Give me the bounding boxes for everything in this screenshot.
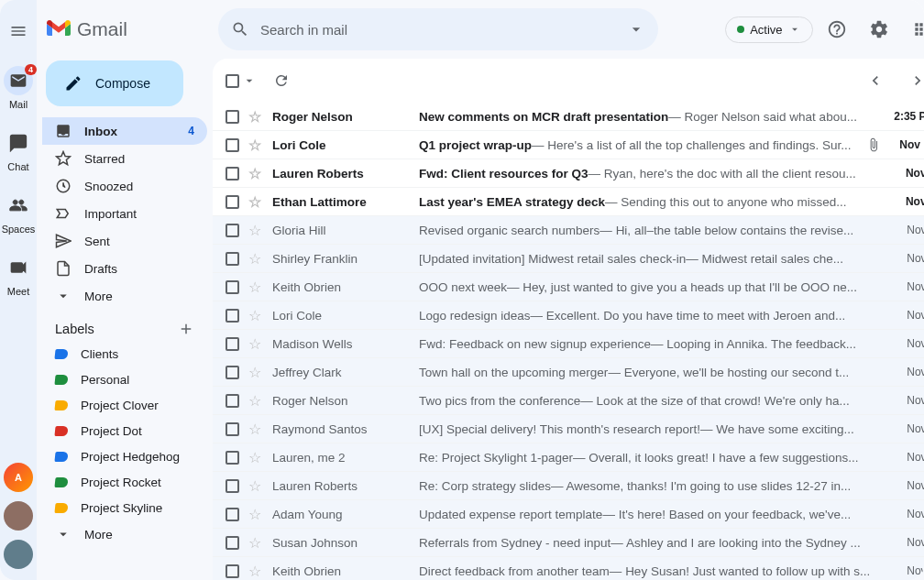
- date: Nov 6: [890, 394, 924, 407]
- workspace-avatar-2[interactable]: [4, 501, 33, 531]
- mail-row[interactable]: ☆ Jeffrey Clark Town hall on the upcomin…: [213, 358, 924, 387]
- rail-item-meet[interactable]: Meet: [2, 244, 36, 306]
- main-menu-button[interactable]: [0, 13, 37, 49]
- content: Fwd: Client resources for Q3Ryan, here's…: [419, 167, 881, 181]
- row-checkbox[interactable]: [226, 479, 239, 493]
- mail-row[interactable]: ☆ Madison Wells Fwd: Feedback on new sig…: [213, 330, 924, 358]
- star-button[interactable]: ☆: [248, 165, 263, 182]
- row-checkbox[interactable]: [226, 195, 239, 209]
- star-button[interactable]: ☆: [248, 250, 263, 268]
- row-checkbox[interactable]: [226, 138, 239, 152]
- mail-row[interactable]: ☆ Roger Nelson Two pics from the confere…: [213, 387, 924, 415]
- preview: Roger Nelson said what abou...: [668, 110, 857, 124]
- mail-row[interactable]: ☆ Lauren, me 2 Re: Project Skylight 1-pa…: [213, 443, 924, 472]
- mail-row[interactable]: ☆ Lori Cole Logo redesign ideasExcellent…: [213, 301, 924, 330]
- row-checkbox[interactable]: [226, 508, 239, 521]
- preview: Overall, it looks great! I have a few su…: [573, 451, 858, 465]
- next-page-button[interactable]: [899, 62, 924, 99]
- subject: Last year's EMEA strategy deck: [419, 195, 605, 209]
- star-button[interactable]: ☆: [248, 421, 263, 438]
- folder-starred[interactable]: Starred: [42, 145, 207, 172]
- mail-row[interactable]: ☆ Lauren Roberts Re: Corp strategy slide…: [213, 472, 924, 500]
- mail-row[interactable]: ☆ Gloria Hill Revised organic search num…: [213, 216, 924, 245]
- mail-row[interactable]: ☆ Shirley Franklin [Updated invitation] …: [213, 245, 924, 273]
- mail-row[interactable]: ☆ Raymond Santos [UX] Special delivery! …: [213, 415, 924, 443]
- label-project-skyline[interactable]: Project Skyline: [42, 495, 207, 520]
- mail-row[interactable]: ☆ Susan Johnson Referrals from Sydney - …: [213, 529, 924, 557]
- folder-more[interactable]: More: [42, 282, 207, 310]
- search-bar[interactable]: [218, 8, 658, 50]
- star-button[interactable]: ☆: [248, 534, 263, 552]
- mail-row[interactable]: ☆ Keith Obrien Direct feedback from anot…: [213, 557, 924, 580]
- rail-item-chat[interactable]: Chat: [2, 119, 36, 181]
- folder-sent[interactable]: Sent: [42, 227, 207, 255]
- row-checkbox[interactable]: [226, 564, 239, 578]
- labels-more[interactable]: More: [42, 520, 207, 548]
- mail-row[interactable]: ☆ Ethan Lattimore Last year's EMEA strat…: [213, 188, 924, 216]
- row-checkbox[interactable]: [226, 110, 239, 124]
- star-button[interactable]: ☆: [248, 279, 263, 296]
- rail-item-spaces[interactable]: Spaces: [2, 181, 36, 244]
- row-checkbox[interactable]: [226, 167, 239, 181]
- select-all-checkbox[interactable]: [226, 73, 257, 88]
- row-checkbox[interactable]: [226, 451, 239, 465]
- folder-snoozed[interactable]: Snoozed: [42, 172, 207, 200]
- refresh-icon: [273, 72, 290, 89]
- mail-row[interactable]: ☆ Roger Nelson New comments on MCR draft…: [213, 103, 924, 131]
- status-chip[interactable]: Active: [725, 16, 812, 43]
- star-button[interactable]: ☆: [248, 392, 263, 410]
- star-button[interactable]: ☆: [248, 506, 263, 523]
- mail-row[interactable]: ☆ Lori Cole Q1 project wrap-upHere's a l…: [213, 131, 924, 159]
- content: Re: Project Skylight 1-pagerOverall, it …: [419, 451, 881, 465]
- hamburger-icon: [9, 22, 28, 40]
- star-button[interactable]: ☆: [248, 222, 263, 239]
- label-project-hedgehog[interactable]: Project Hedgehog: [42, 443, 207, 469]
- mail-row[interactable]: ☆ Keith Obrien OOO next weekHey, just wa…: [213, 273, 924, 301]
- folder-inbox[interactable]: Inbox4: [42, 117, 207, 145]
- mail-row[interactable]: ☆ Lauren Roberts Fwd: Client resources f…: [213, 159, 924, 188]
- search-input[interactable]: [260, 22, 616, 38]
- gmail-logo[interactable]: Gmail: [46, 18, 127, 40]
- refresh-button[interactable]: [273, 72, 290, 89]
- star-button[interactable]: ☆: [248, 193, 263, 211]
- label-clients[interactable]: Clients: [42, 341, 207, 367]
- row-checkbox[interactable]: [226, 536, 239, 550]
- workspace-avatar-3[interactable]: [4, 540, 33, 569]
- star-button[interactable]: ☆: [248, 335, 263, 353]
- row-checkbox[interactable]: [226, 280, 239, 294]
- star-button[interactable]: ☆: [248, 137, 263, 154]
- add-label-button[interactable]: [178, 321, 194, 337]
- label-personal[interactable]: Personal: [42, 367, 207, 392]
- inbox-icon: [55, 123, 72, 139]
- star-button[interactable]: ☆: [248, 563, 263, 580]
- mail-row[interactable]: ☆ Adam Young Updated expense report temp…: [213, 500, 924, 529]
- search-options-icon[interactable]: [627, 20, 645, 38]
- label-project-clover[interactable]: Project Clover: [42, 392, 207, 418]
- folder-drafts[interactable]: Drafts: [42, 255, 207, 282]
- star-button[interactable]: ☆: [248, 307, 263, 324]
- folder-important[interactable]: Important: [42, 200, 207, 227]
- content: Updated expense report templateIt's here…: [419, 508, 881, 521]
- label-project-rocket[interactable]: Project Rocket: [42, 469, 207, 495]
- label-project-dot[interactable]: Project Dot: [42, 418, 207, 443]
- row-checkbox[interactable]: [226, 337, 239, 351]
- workspace-avatar-1[interactable]: A: [4, 463, 33, 492]
- star-button[interactable]: ☆: [248, 449, 263, 466]
- row-checkbox[interactable]: [226, 422, 239, 436]
- row-checkbox[interactable]: [226, 252, 239, 266]
- star-button[interactable]: ☆: [248, 477, 263, 495]
- star-button[interactable]: ☆: [248, 364, 263, 381]
- compose-button[interactable]: Compose: [46, 60, 183, 106]
- row-checkbox[interactable]: [226, 394, 239, 408]
- apps-button[interactable]: [903, 11, 924, 48]
- rail-item-mail[interactable]: 4Mail: [2, 57, 36, 119]
- label-text: Project Rocket: [81, 476, 161, 489]
- row-checkbox[interactable]: [226, 224, 239, 237]
- row-checkbox[interactable]: [226, 309, 239, 323]
- support-button[interactable]: [819, 11, 855, 48]
- settings-button[interactable]: [861, 11, 897, 48]
- prev-page-button[interactable]: [857, 62, 894, 99]
- chevron-down-icon: [242, 73, 257, 88]
- star-button[interactable]: ☆: [248, 108, 263, 126]
- row-checkbox[interactable]: [226, 366, 239, 379]
